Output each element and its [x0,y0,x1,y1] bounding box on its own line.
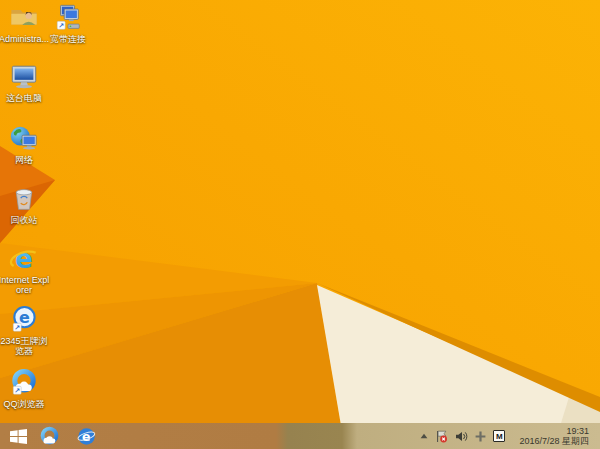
taskbar-internet-explorer-button[interactable]: e [73,423,99,449]
broadband-connection-icon: ↗ [53,3,83,33]
desktop-icon-network[interactable]: 网络 [0,124,50,165]
svg-text:e: e [15,244,33,274]
action-center-alert-icon[interactable] [435,430,448,443]
icon-label: 宽带连接 [50,34,86,44]
desktop-icon-2345-browser[interactable]: e ↗ 2345王牌浏览器 [0,305,50,356]
recycle-bin-icon [9,184,39,214]
desktop-icon-recycle-bin[interactable]: 回收站 [0,184,50,225]
icon-label: 这台电脑 [6,93,42,103]
svg-text:↗: ↗ [58,21,64,30]
internet-explorer-icon: e [9,244,39,274]
icon-label: QQ浏览器 [3,399,44,409]
taskbar-clock[interactable]: 19:31 2016/7/28 星期四 [519,426,589,446]
2345-browser-icon: e ↗ [9,305,39,335]
shortcut-arrow-badge: ↗ [13,386,21,395]
icon-label: 2345王牌浏览器 [0,336,50,356]
flag-alert-icon [435,430,448,443]
clock-date: 2016/7/28 星期四 [519,436,589,446]
network-icon [9,124,39,154]
windows-desktop: { "desktop": { "icons": [ {"name": "user… [0,0,600,449]
icon-label: 回收站 [11,215,38,225]
svg-text:↗: ↗ [14,323,20,332]
qq-browser-icon: ↗ [9,368,39,398]
ime-mode-button[interactable] [475,431,486,442]
speaker-icon [455,431,468,442]
ime-language-button[interactable]: M [493,430,505,442]
system-tray: M 19:31 2016/7/28 星期四 [420,426,600,446]
svg-text:↗: ↗ [14,386,20,395]
svg-text:e: e [81,429,89,444]
ime-cross-icon [475,431,486,442]
shortcut-arrow-badge: ↗ [57,21,65,30]
desktop-icon-this-pc[interactable]: 这台电脑 [0,62,50,103]
desktop-icon-internet-explorer[interactable]: e Internet Explorer [0,244,50,295]
desktop-icon-qq-browser[interactable]: ↗ QQ浏览器 [0,368,50,409]
taskbar-qq-browser-button[interactable] [36,423,62,449]
desktop-wallpaper [0,0,600,449]
taskbar: e [0,423,600,449]
shortcut-arrow-badge: ↗ [13,323,21,332]
clock-time: 19:31 [566,426,589,436]
windows-logo-icon [10,429,27,444]
internet-explorer-taskbar-icon: e [76,426,97,447]
user-folder-icon [9,3,39,33]
qq-browser-taskbar-icon [39,426,60,447]
icon-label: Internet Explorer [0,275,50,295]
icon-label: 网络 [15,155,33,165]
chevron-up-icon [420,433,428,439]
show-hidden-icons-button[interactable] [420,433,428,439]
volume-button[interactable] [455,431,468,442]
desktop-icon-broadband-connection[interactable]: ↗ 宽带连接 [42,3,94,44]
start-button[interactable] [0,423,36,449]
this-pc-icon [9,62,39,92]
